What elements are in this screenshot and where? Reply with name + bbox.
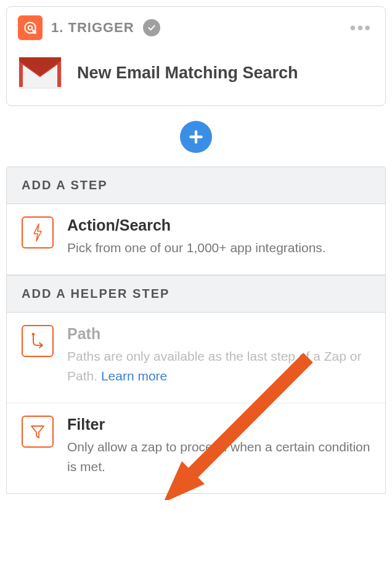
trigger-title: New Email Matching Search [77,64,298,83]
path-icon [22,325,54,357]
add-step-row [6,106,386,166]
trigger-card[interactable]: 1. TRIGGER ••• New Email Matching Search [6,6,386,106]
step-filter-desc: Only allow a zap to proceed when a certa… [67,437,370,477]
svg-point-1 [28,26,33,30]
add-step-button[interactable] [180,121,212,153]
more-menu-icon[interactable]: ••• [350,19,374,36]
step-filter[interactable]: Filter Only allow a zap to proceed when … [7,403,385,493]
trigger-app-icon [18,15,43,40]
trigger-step-label: 1. TRIGGER [51,20,134,36]
step-filter-title: Filter [67,416,370,433]
check-icon [143,19,160,36]
step-path[interactable]: Path Paths are only available as the las… [7,313,385,403]
svg-point-3 [32,332,35,335]
gmail-icon [18,56,62,89]
add-helper-header: ADD A HELPER STEP [7,275,385,313]
steps-panel: ADD A STEP Action/Search Pick from one o… [6,166,386,494]
learn-more-link[interactable]: Learn more [101,369,167,383]
step-path-title: Path [67,325,370,343]
filter-icon [22,416,54,448]
step-action-desc: Pick from one of our 1,000+ app integrat… [67,238,370,258]
step-action-title: Action/Search [67,216,370,234]
step-path-desc: Paths are only available as the last ste… [67,347,370,387]
trigger-body: New Email Matching Search [7,47,385,105]
add-step-header: ADD A STEP [7,167,385,204]
step-action-search[interactable]: Action/Search Pick from one of our 1,000… [7,204,385,275]
trigger-header: 1. TRIGGER ••• [7,7,385,47]
bolt-icon [22,216,54,248]
